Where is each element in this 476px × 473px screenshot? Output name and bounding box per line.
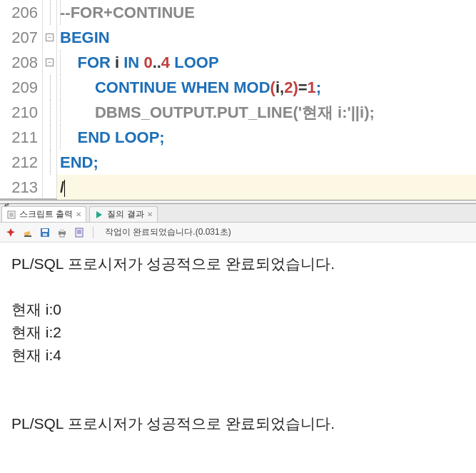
toolbar-separator — [93, 227, 93, 238]
svg-rect-8 — [43, 233, 47, 236]
line-number: 213 — [0, 175, 42, 200]
svg-rect-5 — [24, 235, 31, 237]
output-line: 현재 i:4 — [11, 344, 465, 367]
code-line[interactable]: END; — [57, 150, 476, 175]
code-line[interactable]: --FOR+CONTINUE — [57, 0, 476, 25]
svg-rect-12 — [76, 228, 83, 237]
output-line — [11, 275, 465, 298]
output-line: PL/SQL 프로시저가 성공적으로 완료되었습니다. — [11, 412, 465, 435]
script-output[interactable]: PL/SQL 프로시저가 성공적으로 완료되었습니다.현재 i:0현재 i:2현… — [0, 243, 476, 445]
fold-cell[interactable]: − — [43, 25, 56, 50]
close-icon[interactable]: ✕ — [76, 210, 81, 218]
code-line[interactable]: DBMS_OUTPUT.PUT_LINE('현재 i:'||i); — [57, 100, 476, 125]
svg-rect-10 — [60, 229, 64, 232]
line-number-gutter: 206207208209210211212213 — [0, 0, 43, 198]
line-number: 211 — [0, 125, 42, 150]
output-line: 현재 i:2 — [11, 321, 465, 344]
status-text: 작업이 완료되었습니다.(0.031초) — [105, 226, 231, 238]
output-toolbar: 작업이 완료되었습니다.(0.031초) — [0, 223, 476, 243]
tab-label: 질의 결과 — [107, 208, 143, 220]
code-line[interactable]: END LOOP; — [57, 125, 476, 150]
line-number: 209 — [0, 75, 42, 100]
tab-label: 스크립트 출력 — [19, 208, 73, 220]
code-line[interactable]: CONTINUE WHEN MOD(i,2)=1; — [57, 75, 476, 100]
output-line: PL/SQL 프로시저가 성공적으로 완료되었습니다. — [11, 253, 465, 275]
svg-rect-11 — [60, 234, 64, 237]
script-icon — [6, 210, 16, 220]
grip-icon: ▴▾ — [4, 201, 9, 208]
tab-query-result[interactable]: 질의 결과✕ — [89, 206, 157, 222]
output-tabs: 스크립트 출력✕질의 결과✕ — [0, 204, 476, 223]
text-cursor — [64, 180, 65, 197]
line-number: 208 — [0, 50, 42, 75]
line-number: 206 — [0, 0, 42, 25]
code-line[interactable]: / — [57, 175, 476, 200]
output-line — [11, 367, 465, 390]
fold-cell — [43, 175, 56, 200]
play-icon — [94, 210, 104, 220]
code-line[interactable]: FOR i IN 0..4 LOOP — [57, 50, 476, 75]
pin-icon[interactable] — [4, 226, 17, 239]
fold-minus-icon[interactable]: − — [46, 34, 54, 41]
line-number: 210 — [0, 100, 42, 125]
output-line — [11, 390, 465, 412]
fold-cell — [43, 125, 56, 150]
tab-script-output[interactable]: 스크립트 출력✕ — [1, 206, 86, 222]
fold-cell — [43, 0, 56, 25]
svg-rect-7 — [42, 229, 48, 232]
print-icon[interactable] — [56, 226, 69, 239]
save-icon[interactable] — [39, 226, 51, 239]
line-number: 212 — [0, 150, 42, 175]
text-page-icon[interactable] — [73, 226, 86, 239]
fold-cell — [43, 150, 56, 175]
fold-gutter[interactable]: −− — [43, 0, 57, 198]
code-editor[interactable]: 206207208209210211212213 −− --FOR+CONTIN… — [0, 0, 476, 200]
eraser-icon[interactable] — [21, 226, 34, 239]
fold-minus-icon[interactable]: − — [46, 59, 54, 66]
output-line: 현재 i:0 — [11, 298, 465, 321]
fold-cell — [43, 100, 56, 125]
fold-cell[interactable]: − — [43, 50, 56, 75]
pane-resize-handle[interactable]: ▴▾ — [0, 200, 476, 204]
code-line[interactable]: BEGIN — [57, 25, 476, 50]
line-number: 207 — [0, 25, 42, 50]
fold-cell — [43, 75, 56, 100]
code-area[interactable]: --FOR+CONTINUEBEGIN FOR i IN 0..4 LOOP C… — [57, 0, 476, 198]
close-icon[interactable]: ✕ — [147, 210, 153, 218]
